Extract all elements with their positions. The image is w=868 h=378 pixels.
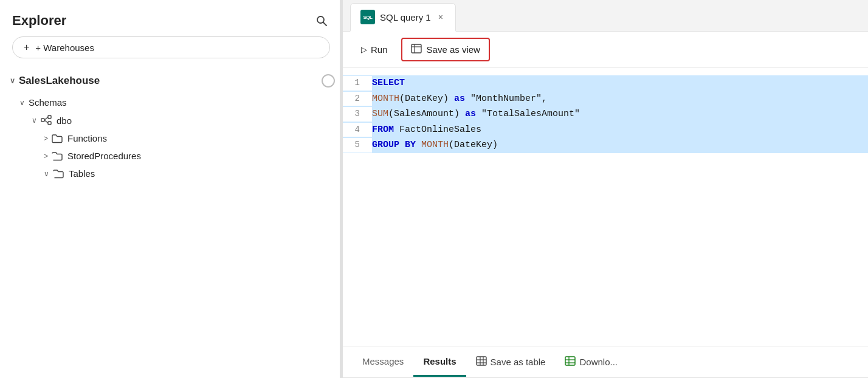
- chevron-icon: [19, 98, 25, 107]
- folder-icon: [52, 151, 63, 161]
- status-circle-icon: [322, 74, 335, 88]
- svg-rect-7: [412, 44, 421, 53]
- search-icon: [315, 15, 328, 27]
- code-line-1: 1 SELECT: [343, 75, 868, 91]
- explorer-tree: SalesLakehouse Schemas dbo: [0, 68, 340, 378]
- svg-rect-15: [565, 357, 575, 365]
- tree-item-saleslakehouse[interactable]: SalesLakehouse: [5, 68, 340, 94]
- explorer-title: Explorer: [12, 13, 66, 29]
- explorer-header: Explorer: [0, 0, 340, 36]
- line-content-2: MONTH(DateKey) as "MonthNumber",: [372, 91, 868, 107]
- line-number-4: 4: [343, 123, 372, 137]
- stored-procedures-label: StoredProcedures: [67, 151, 335, 161]
- editor-toolbar: ▷ Run Save as view: [343, 32, 868, 68]
- save-as-table-button[interactable]: Save as table: [466, 350, 556, 374]
- tab-bar: SQL SQL query 1 ×: [343, 0, 868, 32]
- line-number-2: 2: [343, 92, 372, 106]
- download-button[interactable]: Downlo...: [555, 350, 627, 374]
- tree-item-dbo[interactable]: dbo: [5, 111, 340, 129]
- run-button[interactable]: ▷ Run: [353, 40, 396, 60]
- saleslakehouse-label: SalesLakehouse: [19, 75, 317, 87]
- line-content-1: SELECT: [372, 75, 868, 91]
- line-content-3: SUM(SalesAmount) as "TotalSalesAmount": [372, 106, 868, 122]
- dbo-label: dbo: [57, 115, 335, 126]
- functions-label: Functions: [67, 133, 335, 143]
- line-content-4: FROM FactOnlineSales: [372, 122, 868, 138]
- tree-item-stored-procedures[interactable]: StoredProcedures: [5, 147, 340, 165]
- svg-line-5: [44, 117, 48, 120]
- code-line-4: 4 FROM FactOnlineSales: [343, 122, 868, 138]
- folder-icon: [53, 169, 64, 179]
- save-as-view-label: Save as view: [427, 44, 480, 55]
- line-number-1: 1: [343, 76, 372, 91]
- code-line-3: 3 SUM(SalesAmount) as "TotalSalesAmount": [343, 106, 868, 122]
- excel-icon: [565, 356, 576, 368]
- warehouses-label: + Warehouses: [35, 43, 94, 53]
- run-icon: ▷: [361, 45, 367, 54]
- chevron-icon: [32, 116, 37, 125]
- code-editor[interactable]: 1 SELECT 2 MONTH(DateKey) as "MonthNumbe…: [343, 68, 868, 346]
- tab-label: SQL query 1: [380, 12, 431, 22]
- svg-rect-2: [41, 119, 44, 122]
- code-line-2: 2 MONTH(DateKey) as "MonthNumber",: [343, 91, 868, 107]
- run-label: Run: [371, 44, 388, 55]
- chevron-icon: [44, 134, 48, 143]
- svg-rect-3: [48, 115, 51, 119]
- schema-icon: [41, 115, 52, 126]
- save-as-table-label: Save as table: [491, 357, 546, 367]
- line-number-empty: [343, 153, 372, 173]
- chevron-icon: [44, 170, 49, 178]
- save-view-icon: [411, 44, 422, 55]
- svg-rect-10: [477, 357, 486, 365]
- chevron-icon: [10, 77, 15, 85]
- add-warehouses-button[interactable]: + + Warehouses: [12, 36, 330, 58]
- line-number-5: 5: [343, 138, 372, 153]
- tree-item-schemas[interactable]: Schemas: [5, 94, 340, 111]
- download-label: Downlo...: [579, 357, 618, 367]
- results-area: Messages Results Save as table: [343, 346, 868, 378]
- explorer-panel: Explorer + + Warehouses SalesLakehouse S…: [0, 0, 340, 378]
- line-number-3: 3: [343, 107, 372, 122]
- sql-file-icon: SQL: [360, 10, 375, 24]
- editor-panel: SQL SQL query 1 × ▷ Run Save as view 1: [343, 0, 868, 378]
- line-content-5: GROUP BY MONTH(DateKey): [372, 137, 868, 153]
- panel-splitter[interactable]: [340, 0, 343, 378]
- results-tab-results[interactable]: Results: [413, 348, 466, 377]
- empty-line: [343, 153, 868, 173]
- table-grid-icon: [476, 356, 487, 368]
- schemas-label: Schemas: [29, 97, 335, 108]
- tree-item-tables[interactable]: Tables: [5, 165, 340, 182]
- svg-rect-4: [48, 122, 51, 125]
- save-as-view-button[interactable]: Save as view: [401, 38, 490, 61]
- tree-item-functions[interactable]: Functions: [5, 129, 340, 147]
- plus-icon: +: [24, 42, 29, 53]
- svg-line-6: [44, 120, 48, 123]
- results-tab-messages[interactable]: Messages: [353, 348, 413, 377]
- results-tab-bar: Messages Results Save as table: [343, 346, 868, 378]
- chevron-icon: [44, 152, 48, 160]
- search-button[interactable]: [313, 12, 330, 29]
- svg-line-1: [323, 22, 327, 26]
- code-line-5: 5 GROUP BY MONTH(DateKey): [343, 137, 868, 153]
- sql-query-tab[interactable]: SQL SQL query 1 ×: [350, 3, 456, 32]
- folder-icon: [52, 134, 63, 143]
- tab-close-button[interactable]: ×: [436, 12, 446, 22]
- tables-label: Tables: [69, 168, 335, 179]
